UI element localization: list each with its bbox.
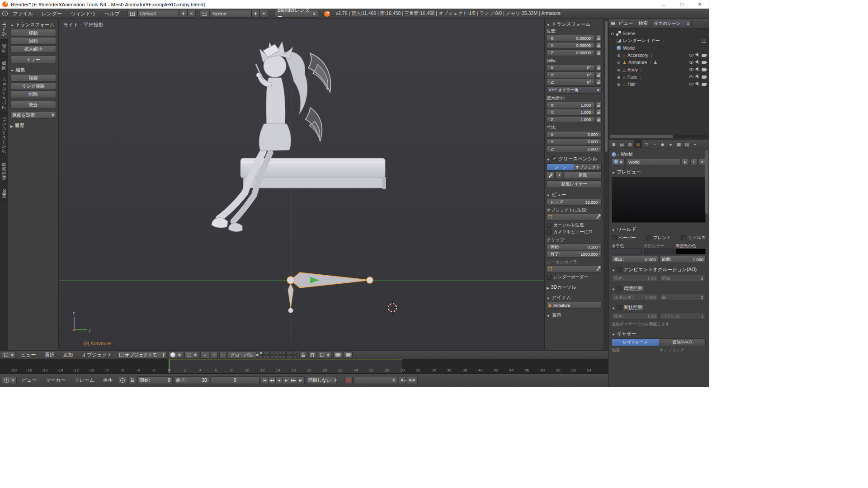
outliner-row-render-layers[interactable]: レンダーレイヤー — [610, 37, 707, 44]
fake-user-button[interactable]: F — [682, 158, 689, 165]
scrollbar-thumb[interactable] — [610, 135, 673, 138]
outliner-menu-search[interactable]: 検索 — [636, 20, 650, 27]
local-camera-picker[interactable] — [547, 266, 602, 272]
manipulator-scale-button[interactable]: □ — [219, 352, 226, 359]
selectability-icon[interactable] — [695, 74, 700, 79]
play-reverse-button[interactable] — [275, 376, 283, 384]
play-button[interactable] — [283, 376, 290, 384]
indirect-bounces-field[interactable]: バウンス:1 — [660, 313, 706, 320]
clip-end-field[interactable]: 終了:1000.000 — [547, 251, 602, 258]
gp-object-tab[interactable]: オブジェクト — [574, 164, 601, 170]
lens-field[interactable]: レンズ:35.000 — [547, 199, 602, 206]
physics-tab-icon[interactable] — [691, 140, 699, 148]
layer-toggle[interactable] — [293, 352, 297, 355]
exposure-field[interactable]: 露出:0.000 — [612, 256, 658, 263]
maximize-button[interactable] — [673, 0, 691, 9]
texture-tab-icon[interactable] — [675, 140, 683, 148]
lock-scale-z-button[interactable] — [596, 116, 602, 123]
jump-to-start-button[interactable] — [261, 376, 269, 384]
screen-layout-field[interactable]: Default — [137, 10, 179, 18]
layer-toggle[interactable] — [267, 352, 270, 355]
visibility-icon[interactable] — [689, 68, 693, 71]
close-button[interactable] — [691, 0, 709, 9]
env-color-dropdown[interactable]: 白 — [660, 294, 706, 301]
delete-button[interactable]: 削除 — [10, 90, 56, 98]
opengl-render-button[interactable] — [333, 352, 342, 359]
rotation-z-field[interactable]: Z:0° — [547, 79, 595, 85]
scale-x-field[interactable]: X:1.000 — [547, 102, 595, 108]
expand-icon[interactable] — [617, 60, 621, 65]
scene-tab-icon[interactable] — [626, 140, 634, 148]
mirror-button[interactable]: ミラー — [10, 56, 56, 63]
next-keyframe-button[interactable] — [290, 376, 297, 384]
renderability-icon[interactable] — [702, 75, 706, 79]
tl-menu-marker[interactable]: マーカー — [42, 377, 70, 384]
transform-panel-header[interactable]: トランスフォーム — [10, 21, 56, 28]
manipulator-rotate-button[interactable]: ○ — [211, 352, 218, 359]
dimension-z-field[interactable]: Z:2.000 — [547, 145, 602, 152]
expand-icon[interactable] — [617, 53, 621, 58]
gp-add-button[interactable] — [556, 171, 563, 179]
lock-location-y-button[interactable] — [596, 42, 602, 49]
prev-keyframe-button[interactable] — [268, 376, 276, 384]
render-engine-dropdown[interactable]: Blenderレンダー — [275, 10, 318, 18]
outliner-menu-view[interactable]: ビュー — [616, 20, 635, 27]
tl-menu-playback[interactable]: 再生 — [99, 377, 117, 384]
layer-toggle[interactable] — [263, 355, 266, 358]
ambient-color-swatch[interactable] — [675, 249, 706, 254]
item-name-field[interactable]: Armature — [547, 302, 602, 309]
scale-y-field[interactable]: Y:1.000 — [547, 109, 595, 116]
np-3d-cursor-header[interactable]: 3Dカーソル — [547, 283, 602, 291]
gp-draw-button[interactable] — [547, 171, 555, 179]
outliner-scrollbar[interactable] — [610, 135, 708, 138]
lock-frame-button[interactable] — [128, 377, 136, 384]
ao-blend-dropdown[interactable]: 追加 — [660, 275, 706, 282]
gp-scene-tab[interactable]: シーン — [547, 164, 574, 170]
visibility-icon[interactable] — [689, 83, 693, 85]
duplicate-button[interactable]: 複製 — [10, 74, 56, 82]
layer-toggle[interactable] — [274, 355, 277, 358]
location-y-field[interactable]: Y:0.00000 — [547, 42, 595, 49]
layer-toggle[interactable] — [286, 355, 289, 358]
gp-new-button[interactable]: 新規 — [564, 171, 602, 179]
menu-file[interactable]: ファイル — [9, 10, 37, 17]
tab-grease-pencil[interactable]: グリースペンシル — [0, 113, 8, 157]
menu-help[interactable]: ヘルプ — [101, 10, 123, 17]
dimension-y-field[interactable]: Y:3.000 — [547, 138, 602, 145]
lock-scale-x-button[interactable] — [596, 102, 602, 108]
v3d-menu-select[interactable]: 選択 — [41, 352, 58, 358]
keying-set-dropdown[interactable] — [354, 377, 397, 384]
visibility-icon[interactable] — [689, 61, 693, 64]
manipulator-translate-button[interactable]: ＋ — [200, 352, 209, 359]
particles-tab-icon[interactable] — [683, 140, 691, 148]
outliner-row-accessory[interactable]: Accessory — [610, 52, 707, 59]
n-panel-scrollbar[interactable] — [604, 19, 608, 350]
np-grease-pencil-header[interactable]: グリースペンシル — [547, 155, 602, 163]
object-tab-icon[interactable] — [642, 140, 650, 148]
add-screen-layout-button[interactable] — [179, 10, 187, 18]
object-data-tab-icon[interactable] — [659, 140, 666, 148]
insert-keyframe-button[interactable] — [399, 377, 406, 384]
tl-menu-view[interactable]: ビュー — [18, 377, 41, 384]
scale-z-field[interactable]: Z:1.000 — [547, 116, 595, 123]
render-tab-icon[interactable] — [610, 140, 618, 148]
tab-physics[interactable]: 物理演算 — [0, 157, 8, 185]
raytrace-button[interactable]: レイトレース — [612, 339, 659, 346]
remove-screen-layout-button[interactable] — [187, 10, 195, 18]
add-scene-button[interactable] — [251, 10, 259, 18]
renderability-icon[interactable] — [702, 54, 706, 57]
lock-to-scene-button[interactable] — [299, 352, 307, 359]
v3d-menu-object[interactable]: オブジェクト — [78, 352, 116, 358]
expand-icon[interactable] — [617, 82, 621, 87]
renderability-icon[interactable] — [702, 61, 706, 64]
indirect-light-checkbox[interactable] — [617, 305, 622, 310]
np-item-header[interactable]: アイテム — [547, 294, 602, 301]
start-frame-field[interactable]: 開始:0 — [137, 376, 173, 384]
collapse-icon[interactable] — [610, 31, 614, 36]
rotation-mode-dropdown[interactable]: XYZ オイラー角 — [547, 86, 602, 94]
outliner-row-world[interactable]: World — [610, 44, 707, 52]
visibility-icon[interactable] — [689, 75, 693, 78]
np-transform-header[interactable]: トランスフォーム — [547, 20, 602, 28]
tl-menu-frame[interactable]: フレーム — [71, 377, 98, 384]
rotate-button[interactable]: 回転 — [10, 37, 56, 45]
